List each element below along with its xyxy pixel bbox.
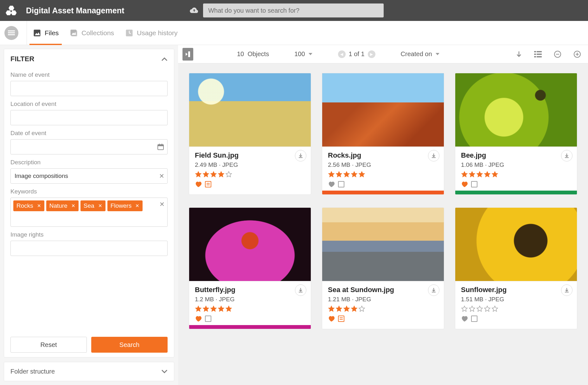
calendar-icon[interactable] xyxy=(157,143,164,151)
remove-tag-icon[interactable]: ✕ xyxy=(37,203,41,209)
prev-page-button[interactable]: ◀ xyxy=(338,50,346,58)
note-icon[interactable] xyxy=(471,316,477,322)
thumbnail[interactable] xyxy=(189,73,311,147)
svg-rect-13 xyxy=(158,145,163,146)
star-icon[interactable] xyxy=(484,171,491,178)
star-icon[interactable] xyxy=(328,305,335,312)
asset-card[interactable]: Bee.jpg 1.06 MB · JPEG xyxy=(455,73,577,195)
star-icon[interactable] xyxy=(202,171,209,178)
star-icon[interactable] xyxy=(336,171,342,178)
tab-usage-history[interactable]: Usage history xyxy=(125,21,177,45)
name-input[interactable] xyxy=(10,81,168,96)
star-icon[interactable] xyxy=(195,171,202,178)
keywords-input[interactable]: Rocks✕Nature✕Sea✕Flowers✕✕ xyxy=(10,198,168,227)
tab-collections[interactable]: Collections xyxy=(69,21,114,45)
star-icon[interactable] xyxy=(210,305,217,312)
star-icon[interactable] xyxy=(218,305,225,312)
note-icon[interactable] xyxy=(205,316,211,322)
star-icon[interactable] xyxy=(491,305,498,312)
asset-card[interactable]: Field Sun.jpg 2.49 MB · JPEG xyxy=(189,73,311,195)
star-icon[interactable] xyxy=(491,171,498,178)
note-icon[interactable] xyxy=(338,316,344,322)
star-icon[interactable] xyxy=(210,171,217,178)
star-icon[interactable] xyxy=(343,171,350,178)
star-icon[interactable] xyxy=(484,305,491,312)
note-icon[interactable] xyxy=(205,181,211,187)
note-icon[interactable] xyxy=(471,181,477,187)
download-button[interactable] xyxy=(428,150,439,161)
star-icon[interactable] xyxy=(461,171,468,178)
thumbnail[interactable] xyxy=(322,208,444,281)
star-icon[interactable] xyxy=(343,305,350,312)
search-input[interactable] xyxy=(203,3,384,17)
svg-rect-6 xyxy=(34,29,41,36)
star-icon[interactable] xyxy=(225,171,232,178)
per-page-select[interactable]: 100 xyxy=(294,50,312,58)
keyword-tag[interactable]: Sea✕ xyxy=(80,200,105,211)
star-icon[interactable] xyxy=(351,171,358,178)
zoom-out-icon[interactable] xyxy=(554,50,561,58)
remove-tag-icon[interactable]: ✕ xyxy=(135,203,139,209)
keyword-tag[interactable]: Nature✕ xyxy=(46,200,79,211)
svg-rect-5 xyxy=(8,34,15,35)
star-icon[interactable] xyxy=(195,305,202,312)
star-icon[interactable] xyxy=(476,305,483,312)
keyword-tag[interactable]: Rocks✕ xyxy=(13,200,44,211)
download-button[interactable] xyxy=(561,284,572,296)
star-icon[interactable] xyxy=(351,305,358,312)
sort-select[interactable]: Created on xyxy=(401,50,440,58)
remove-tag-icon[interactable]: ✕ xyxy=(98,203,102,209)
cloud-upload-icon[interactable] xyxy=(190,7,199,14)
date-input[interactable] xyxy=(10,139,168,154)
download-button[interactable] xyxy=(295,284,306,296)
location-input[interactable] xyxy=(10,110,168,125)
chevron-up-icon[interactable] xyxy=(161,57,168,61)
favorite-icon[interactable] xyxy=(328,316,335,322)
thumbnail[interactable] xyxy=(455,73,577,147)
star-icon[interactable] xyxy=(358,305,365,312)
description-input[interactable] xyxy=(10,168,168,184)
favorite-icon[interactable] xyxy=(195,181,202,187)
star-icon[interactable] xyxy=(469,305,476,312)
clear-description-icon[interactable]: ✕ xyxy=(159,172,164,180)
download-button[interactable] xyxy=(428,284,439,296)
tab-files[interactable]: Files xyxy=(33,21,59,45)
thumbnail[interactable] xyxy=(189,208,311,281)
star-icon[interactable] xyxy=(469,171,476,178)
star-icon[interactable] xyxy=(358,171,365,178)
asset-card[interactable]: Sea at Sundown.jpg 1.21 MB · JPEG xyxy=(322,207,444,329)
star-icon[interactable] xyxy=(476,171,483,178)
keyword-tag[interactable]: Flowers✕ xyxy=(107,200,143,211)
star-icon[interactable] xyxy=(225,305,232,312)
note-icon[interactable] xyxy=(338,181,344,187)
reset-button[interactable]: Reset xyxy=(10,337,87,353)
star-icon[interactable] xyxy=(218,171,225,178)
asset-card[interactable]: Butterfly.jpg 1.2 MB · JPEG xyxy=(189,207,311,329)
next-page-button[interactable]: ▶ xyxy=(368,50,375,58)
download-button[interactable] xyxy=(295,150,306,161)
favorite-icon[interactable] xyxy=(328,181,335,187)
collapse-sidebar-button[interactable] xyxy=(182,48,193,61)
search-button[interactable]: Search xyxy=(91,337,168,353)
zoom-in-icon[interactable] xyxy=(573,50,581,58)
thumbnail[interactable] xyxy=(455,208,577,281)
remove-tag-icon[interactable]: ✕ xyxy=(71,203,75,209)
asset-card[interactable]: Sunflower.jpg 1.51 MB · JPEG xyxy=(455,207,577,329)
grid-view-icon[interactable] xyxy=(534,51,542,57)
menu-button[interactable] xyxy=(4,26,18,40)
sort-direction-icon[interactable] xyxy=(516,51,522,58)
favorite-icon[interactable] xyxy=(195,316,202,322)
favorite-icon[interactable] xyxy=(461,316,468,322)
folder-structure-panel[interactable]: Folder structure xyxy=(4,362,174,381)
favorite-icon[interactable] xyxy=(461,181,468,187)
download-button[interactable] xyxy=(561,150,572,161)
clear-keywords-icon[interactable]: ✕ xyxy=(159,200,165,208)
star-icon[interactable] xyxy=(328,171,335,178)
star-icon[interactable] xyxy=(202,305,209,312)
file-name: Field Sun.jpg xyxy=(195,151,305,160)
rights-input[interactable] xyxy=(10,241,168,256)
asset-card[interactable]: Rocks.jpg 2.56 MB · JPEG xyxy=(322,73,444,195)
thumbnail[interactable] xyxy=(322,73,444,147)
star-icon[interactable] xyxy=(461,305,468,312)
star-icon[interactable] xyxy=(336,305,342,312)
